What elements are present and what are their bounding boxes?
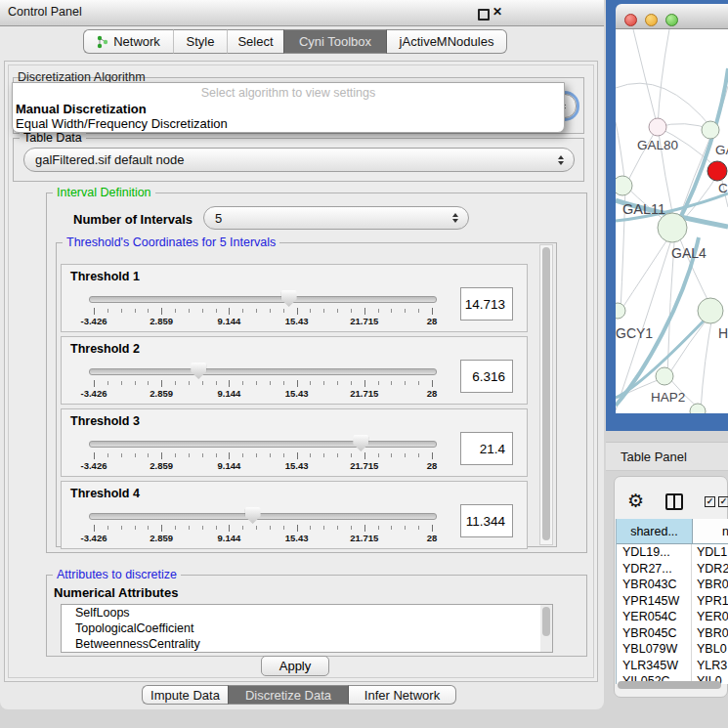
node-label: GAL80 — [637, 138, 678, 152]
thresholds-title: Threshold's Coordinates for 5 Intervals — [63, 236, 279, 249]
network-icon — [97, 35, 108, 49]
node-label: H — [718, 325, 728, 341]
threshold-1-slider[interactable]: -3.426 2.859 9.144 15.43 21.715 28 — [94, 289, 432, 330]
scrollbar-thumb[interactable] — [542, 607, 550, 636]
table-row[interactable]: YLR345WYLR3 — [617, 658, 728, 674]
tab-network[interactable]: Network — [83, 29, 173, 54]
threshold-4-panel: Threshold 4 -3.426 2.859 9.144 15.43 21.… — [61, 481, 528, 549]
slider-thumb[interactable] — [281, 290, 297, 307]
node-label: GAL11 — [622, 201, 665, 217]
close-icon[interactable]: ✕ — [492, 5, 502, 19]
threshold-2-value[interactable]: 6.316 — [460, 360, 513, 393]
node-gal80[interactable] — [649, 118, 666, 136]
table-row[interactable]: YBR045CYBR0 — [617, 625, 728, 642]
gear-icon[interactable]: ⚙ — [627, 492, 644, 510]
column-header-name[interactable]: na — [693, 519, 728, 543]
table-horizontal-scrollbar[interactable] — [618, 681, 721, 689]
table-header-row: shared... na — [617, 519, 728, 544]
threshold-1-panel: Threshold 1 -3.426 2.859 9.144 15.43 21.… — [61, 264, 528, 332]
list-item[interactable]: BetweennessCentrality — [62, 636, 552, 652]
slider-thumb[interactable] — [353, 435, 368, 451]
list-item[interactable]: SelfLoops — [62, 605, 552, 621]
table-row[interactable]: YPR145WYPR1 — [617, 593, 728, 610]
spinner-arrows-icon — [452, 213, 458, 223]
algorithm-group-title: Discretization Algorithm — [18, 70, 184, 82]
slider-thumb[interactable] — [245, 507, 261, 524]
slider-minor-ticks — [94, 453, 433, 457]
columns-icon[interactable] — [665, 493, 683, 510]
node-right[interactable] — [698, 298, 723, 323]
tab-infer-network[interactable]: Infer Network — [349, 685, 456, 705]
float-window-icon[interactable] — [478, 9, 490, 21]
column-header-shared-name[interactable]: shared... — [617, 519, 693, 543]
threshold-2-panel: Threshold 2 -3.426 2.859 9.144 15.43 21.… — [61, 336, 528, 405]
table-row[interactable]: YDL19...YDL1 — [617, 544, 728, 561]
table-panel-title: Table Panel — [621, 450, 687, 464]
threshold-1-value[interactable]: 14.713 — [460, 287, 513, 321]
threshold-2-slider[interactable]: -3.426 2.859 9.144 15.43 21.715 28 — [94, 362, 432, 403]
attributes-scrollbar[interactable] — [540, 605, 552, 652]
network-window-titlebar[interactable] — [616, 4, 728, 29]
node-label: HAP2 — [651, 390, 685, 405]
tab-jactivemnodules[interactable]: jActiveMNodules — [387, 29, 507, 54]
checkbox-icon[interactable]: ✓ — [705, 496, 715, 507]
node-label: GCY1 — [616, 325, 653, 341]
node-attribute-table[interactable]: shared... na YDL19...YDL1 YDR27...YDR2 Y… — [616, 519, 728, 684]
table-row[interactable]: YBL079WYBL0 — [617, 641, 728, 658]
table-data-select[interactable]: galFiltered.sif default node — [23, 148, 575, 172]
panel-title: Control Panel — [8, 5, 82, 19]
checkbox-icon[interactable]: ✓ — [718, 496, 728, 507]
numerical-attributes-label: Numerical Attributes — [54, 585, 178, 600]
apply-button[interactable]: Apply — [261, 656, 329, 676]
slider-minor-ticks — [94, 309, 433, 313]
slider-thumb[interactable] — [191, 363, 206, 379]
tab-cyni-toolbox[interactable]: Cyni Toolbox — [283, 29, 387, 54]
bottom-tab-bar: Impute Data Discretize Data Infer Networ… — [142, 685, 456, 705]
table-row[interactable]: YDR27...YDR2 — [617, 561, 728, 578]
node-bottom[interactable] — [690, 404, 706, 413]
dropdown-option-manual[interactable]: Manual Discretization — [16, 102, 147, 116]
interval-definition-title: Interval Definition — [53, 186, 155, 199]
threshold-3-value[interactable]: 21.4 — [460, 432, 513, 465]
node-label: C — [718, 181, 728, 195]
slider-track — [89, 368, 437, 375]
threshold-2-label: Threshold 2 — [70, 342, 140, 356]
table-row[interactable]: YER054CYER0 — [617, 609, 728, 625]
tab-discretize-data[interactable]: Discretize Data — [228, 685, 349, 705]
list-item[interactable]: TopologicalCoefficient — [62, 621, 552, 636]
node-hap2[interactable] — [656, 367, 673, 385]
node-selected-red[interactable] — [707, 161, 727, 181]
slider-track — [89, 513, 437, 520]
tab-select[interactable]: Select — [227, 29, 283, 54]
control-panel-titlebar: Control Panel ✕ — [0, 0, 604, 26]
minimize-traffic-light-icon[interactable] — [645, 14, 658, 26]
network-graph: GAL80 GA C GAL11 GAL4 GCY1 H HAP2 — [616, 29, 728, 413]
dropdown-option-equal-width[interactable]: Equal Width/Frequency Discretization — [16, 116, 228, 131]
thresholds-scrollbar[interactable] — [539, 244, 553, 545]
dropdown-hint: Select algorithm to view settings — [13, 86, 564, 100]
threshold-3-label: Threshold 3 — [70, 414, 140, 428]
zoom-traffic-light-icon[interactable] — [665, 14, 678, 26]
slider-track — [89, 441, 437, 448]
table-row[interactable]: YBR043CYBR0 — [617, 577, 728, 593]
close-traffic-light-icon[interactable] — [624, 14, 637, 26]
node-label: GAL4 — [671, 245, 707, 261]
threshold-4-value[interactable]: 11.344 — [460, 504, 513, 537]
node-top-right[interactable] — [702, 121, 719, 139]
control-panel-window: Control Panel ✕ Network Style Select Cyn… — [0, 0, 604, 709]
node-gal11[interactable] — [616, 176, 632, 195]
node-label: GA — [715, 143, 728, 157]
threshold-3-slider[interactable]: -3.426 2.859 9.144 15.43 21.715 28 — [94, 434, 432, 475]
scrollbar-thumb[interactable] — [542, 247, 550, 540]
threshold-4-slider[interactable]: -3.426 2.859 9.144 15.43 21.715 28 — [94, 506, 432, 547]
threshold-3-panel: Threshold 3 -3.426 2.859 9.144 15.43 21.… — [61, 408, 528, 477]
num-intervals-select[interactable]: 5 — [203, 206, 469, 230]
network-canvas[interactable]: GAL80 GA C GAL11 GAL4 GCY1 H HAP2 — [616, 29, 728, 413]
node-gal4[interactable] — [658, 213, 687, 242]
algorithm-dropdown-popup: Select algorithm to view settings Manual… — [12, 82, 565, 133]
threshold-1-label: Threshold 1 — [70, 270, 140, 283]
tab-style[interactable]: Style — [173, 29, 227, 54]
slider-track — [89, 296, 437, 303]
numerical-attributes-list[interactable]: SelfLoops TopologicalCoefficient Between… — [61, 604, 553, 653]
tab-impute-data[interactable]: Impute Data — [142, 685, 228, 705]
